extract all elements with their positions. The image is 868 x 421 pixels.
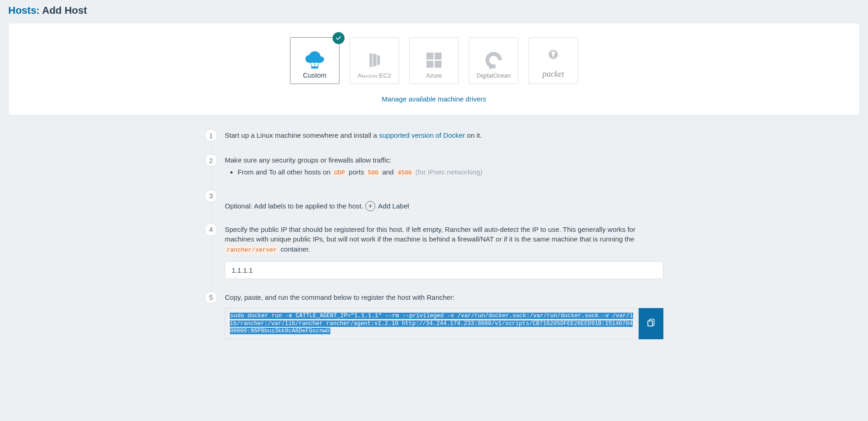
public-ip-input[interactable] [225, 261, 663, 279]
ipsec-note: (for IPsec networking) [414, 168, 483, 176]
driver-panel: Custom Amazon EC2 [8, 23, 860, 115]
driver-label: Custom [303, 72, 327, 79]
breadcrumb-current: Add Host [39, 5, 87, 16]
code-rancher-server: rancher/server [225, 246, 278, 254]
svg-marker-5 [373, 53, 377, 67]
driver-card-custom[interactable]: Custom [290, 37, 339, 84]
driver-label: packet [543, 70, 564, 79]
svg-rect-11 [492, 64, 495, 68]
svg-rect-10 [434, 61, 441, 67]
register-command-box[interactable]: sudo docker run -e CATTLE_AGENT_IP="1.1.… [225, 308, 639, 340]
clipboard-icon [646, 318, 656, 330]
plus-icon: + [365, 201, 375, 211]
driver-label: Amazon EC2 [357, 73, 391, 79]
driver-card-packet[interactable]: packet [529, 37, 578, 84]
code-udp: UDP [333, 169, 347, 177]
driver-row: Custom Amazon EC2 [20, 37, 848, 84]
svg-rect-12 [489, 66, 492, 69]
firewall-rule-item: From and To all other hosts on UDP ports… [238, 167, 663, 178]
step-body: Optional: Add labels to be applied to th… [225, 190, 663, 211]
driver-card-digitalocean[interactable]: DigitalOcean [469, 37, 518, 84]
svg-line-2 [317, 62, 319, 66]
svg-rect-8 [434, 52, 441, 59]
svg-rect-3 [311, 66, 318, 68]
step-3: 3 Optional: Add labels to be applied to … [205, 190, 663, 223]
step-body: Make sure any security groups or firewal… [225, 154, 663, 178]
step-number: 2 [205, 154, 217, 167]
driver-label: DigitalOcean [477, 73, 511, 79]
register-command-text: sudo docker run -e CATTLE_AGENT_IP="1.1.… [230, 313, 633, 335]
step-5: 5 Copy, paste, and run the command below… [205, 291, 663, 351]
azure-icon [420, 48, 448, 73]
step-number: 3 [205, 190, 217, 202]
step-number: 4 [205, 223, 217, 236]
aws-ec2-icon [361, 48, 388, 73]
supported-docker-link[interactable]: supported version of Docker [379, 131, 465, 139]
svg-rect-15 [648, 321, 652, 326]
svg-marker-4 [370, 52, 373, 67]
svg-marker-6 [377, 55, 380, 66]
steps: 1 Start up a Linux machine somewhere and… [205, 129, 663, 351]
code-port-500: 500 [366, 169, 380, 177]
step-body: Start up a Linux machine somewhere and i… [225, 129, 663, 142]
manage-drivers-link[interactable]: Manage available machine drivers [382, 95, 486, 103]
driver-card-azure[interactable]: Azure [409, 37, 459, 84]
step-2: 2 Make sure any security groups or firew… [205, 154, 663, 190]
add-label-button[interactable]: + Add Label [365, 201, 409, 211]
driver-label: Azure [426, 73, 442, 79]
step-body: Copy, paste, and run the command below t… [225, 291, 663, 339]
check-icon [333, 32, 345, 44]
step-number: 1 [205, 129, 217, 142]
svg-line-0 [311, 62, 312, 66]
breadcrumb-hosts[interactable]: Hosts: [8, 5, 39, 16]
step-body: Specify the public IP that should be reg… [225, 223, 663, 279]
driver-card-ec2[interactable]: Amazon EC2 [350, 37, 399, 84]
copy-command-button[interactable] [639, 308, 663, 340]
packet-icon [540, 45, 567, 70]
code-port-4500: 4500 [395, 169, 413, 177]
digitalocean-icon [480, 48, 507, 73]
cloud-deploy-icon [301, 47, 328, 72]
step-number: 5 [205, 291, 217, 304]
svg-rect-7 [427, 52, 434, 59]
step-4: 4 Specify the public IP that should be r… [205, 223, 663, 291]
step-1: 1 Start up a Linux machine somewhere and… [205, 129, 663, 154]
svg-rect-9 [427, 61, 434, 67]
page-title: Hosts: Add Host [8, 0, 860, 23]
